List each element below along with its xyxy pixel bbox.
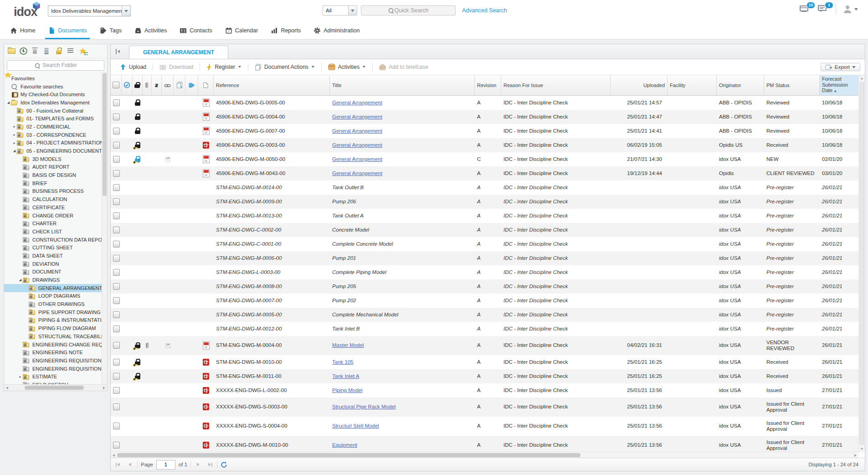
row-checkbox[interactable] xyxy=(111,124,122,138)
checkbox-icon[interactable] xyxy=(113,170,120,177)
tree-node-drawings[interactable]: ◢DRAWINGS xyxy=(4,276,102,284)
tree-node-document[interactable]: DOCUMENT xyxy=(4,268,102,276)
checkbox-icon[interactable] xyxy=(113,423,120,429)
checkbox-icon[interactable] xyxy=(113,373,120,380)
row-checkbox[interactable] xyxy=(111,152,122,166)
column-header-reason[interactable]: Reason For Issue xyxy=(501,75,611,96)
tree-node-construction-data-report[interactable]: CONSTRUCTION DATA REPORT xyxy=(4,236,102,244)
row-checkbox[interactable] xyxy=(111,181,122,195)
expander-icon[interactable]: ◢ xyxy=(18,278,23,282)
row-checkbox[interactable] xyxy=(111,251,122,265)
column-header-facility[interactable]: Facility xyxy=(668,75,717,96)
document-title-link[interactable]: General Arrangement xyxy=(332,128,382,134)
checkbox-icon[interactable] xyxy=(113,227,120,233)
tree-node-engineering-note[interactable]: ENGINEERING NOTE xyxy=(4,348,102,356)
column-header-forecast[interactable]: Forecast Submission Date▲ xyxy=(820,75,860,96)
expander-icon[interactable]: ▸ xyxy=(18,375,23,379)
row-checkbox[interactable] xyxy=(111,294,122,308)
refresh-icon[interactable] xyxy=(221,461,227,468)
row-checkbox[interactable] xyxy=(111,417,122,436)
checkbox-icon[interactable] xyxy=(113,442,120,449)
document-title-link[interactable]: Structural Pipe Rack Model xyxy=(332,404,395,409)
row-checkbox[interactable] xyxy=(111,279,122,294)
document-title-link[interactable]: Piping Model xyxy=(332,387,362,393)
expander-icon[interactable]: ◢ xyxy=(12,149,17,153)
secure-folder-icon[interactable] xyxy=(55,47,63,55)
scroll-down-icon[interactable]: ▼ xyxy=(859,446,865,452)
document-title-link[interactable]: General Arrangement xyxy=(332,170,382,176)
checkbox-icon[interactable] xyxy=(113,114,120,120)
upload-button[interactable]: Upload xyxy=(115,62,151,72)
document-title-link[interactable]: Tank Inlet A xyxy=(332,373,359,379)
grid-vertical-scrollbar[interactable]: ▲ ▼ xyxy=(858,75,865,452)
tree-node-piping-flow-diagram[interactable]: PIPING FLOW DIAGRAM xyxy=(4,324,102,332)
document-title-link[interactable]: Equipment xyxy=(332,442,357,448)
checkbox-icon[interactable] xyxy=(113,255,120,262)
checkbox-icon[interactable] xyxy=(113,241,120,248)
tree-node-piping-instrumentation[interactable]: PIPING & INSTRUMENTATION xyxy=(4,316,102,325)
row-checkbox[interactable] xyxy=(111,383,122,398)
tree-node-engineering-requisition-fo[interactable]: ENGINEERING REQUISITION FO xyxy=(4,365,102,373)
nav-item-home[interactable]: Home xyxy=(4,22,41,39)
expander-icon[interactable]: ◢ xyxy=(6,101,11,104)
row-checkbox[interactable] xyxy=(111,223,122,237)
messages-icon[interactable]: 1 xyxy=(817,4,829,14)
tree-node-engineering-requisition-fo[interactable]: ENGINEERING REQUISITION FO xyxy=(4,356,102,365)
row-checkbox[interactable] xyxy=(111,138,122,152)
tree-node-idox-deliverables-management[interactable]: ◢Idox Deliverables Management xyxy=(4,98,102,107)
tree-node-estimate[interactable]: ▸ESTIMATE xyxy=(4,372,102,381)
tree-node-basis-of-design[interactable]: BASIS OF DESIGN xyxy=(4,171,102,179)
tree-vertical-scrollbar[interactable] xyxy=(102,72,107,384)
document-actions-button[interactable]: Document Actions xyxy=(250,62,319,72)
document-title-link[interactable]: Tank 105 xyxy=(332,359,354,365)
tree-horizontal-scrollbar[interactable] xyxy=(4,384,107,391)
tree-node-01-templates-and-forms[interactable]: 01- TEMPLATES and FORMS xyxy=(4,114,102,123)
column-header-reference[interactable]: Reference xyxy=(214,75,330,96)
tab-general-arrangement[interactable]: GENERAL ARRANGEMENT xyxy=(129,46,228,59)
nav-item-reports[interactable]: Reports xyxy=(264,22,307,39)
nav-item-administration[interactable]: Administration xyxy=(307,22,366,39)
nav-item-tags[interactable]: Tags xyxy=(93,22,128,39)
tree-node-3d-models[interactable]: 3D MODELS xyxy=(4,155,102,163)
tree-node-structural-traceability[interactable]: STRUCTURAL TRACEABILITY xyxy=(4,332,102,341)
expander-icon[interactable]: ▸ xyxy=(12,141,17,145)
nav-item-activities[interactable]: Activities xyxy=(128,22,173,39)
row-checkbox[interactable] xyxy=(111,209,122,223)
tree-node-calculation[interactable]: CALCULATION xyxy=(4,195,102,203)
tree-node-other-drawings[interactable]: OTHER DRAWINGS xyxy=(4,300,102,308)
user-menu[interactable] xyxy=(842,4,858,14)
tree-node-data-sheet[interactable]: DATA SHEET xyxy=(4,252,102,260)
chevron-down-icon[interactable] xyxy=(348,6,357,15)
row-checkbox[interactable] xyxy=(111,308,122,322)
document-title-link[interactable]: Master Model xyxy=(332,342,364,348)
row-checkbox[interactable] xyxy=(111,436,122,452)
tree-node-03-correspondence[interactable]: ▸03 - CORRESPONDENCE xyxy=(4,131,102,139)
tree-node-loop-diagrams[interactable]: LOOP DIAGRAMS xyxy=(4,292,102,300)
column-header-title[interactable]: Title xyxy=(330,75,475,96)
activities-button[interactable]: Activities xyxy=(324,62,370,72)
list-view-icon[interactable] xyxy=(67,47,75,55)
select-all-checkbox[interactable] xyxy=(111,75,122,96)
tree-node-cutting-sheet[interactable]: CUTTING SHEET xyxy=(4,243,102,252)
checkbox-icon[interactable] xyxy=(113,198,120,205)
row-checkbox[interactable] xyxy=(111,369,122,383)
row-checkbox[interactable] xyxy=(111,265,122,279)
checkbox-icon[interactable] xyxy=(113,184,120,191)
history-icon[interactable] xyxy=(20,47,27,55)
checkbox-icon[interactable] xyxy=(113,99,120,106)
tree-node-05-engineering-documents[interactable]: ◢05 - ENGINEERING DOCUMENTS xyxy=(4,147,102,155)
document-title-link[interactable]: General Arrangement xyxy=(332,100,382,105)
row-checkbox[interactable] xyxy=(111,237,122,251)
checkbox-icon[interactable] xyxy=(113,142,120,149)
checkbox-icon[interactable] xyxy=(113,359,120,366)
grid-horizontal-scrollbar[interactable] xyxy=(111,452,858,458)
register-button[interactable]: Register xyxy=(202,62,246,72)
document-title-link[interactable]: General Arrangement xyxy=(332,142,382,148)
checkbox-icon[interactable] xyxy=(113,212,120,219)
checkbox-icon[interactable] xyxy=(113,325,120,332)
checkbox-icon[interactable] xyxy=(113,387,120,394)
checkbox-icon[interactable] xyxy=(113,283,120,290)
tree-node-my-checked-out-documents[interactable]: My Checked-Out Documents xyxy=(4,90,102,98)
advanced-search-link[interactable]: Advanced Search xyxy=(462,7,507,14)
tree-node-deviation[interactable]: DEVIATION xyxy=(4,260,102,268)
